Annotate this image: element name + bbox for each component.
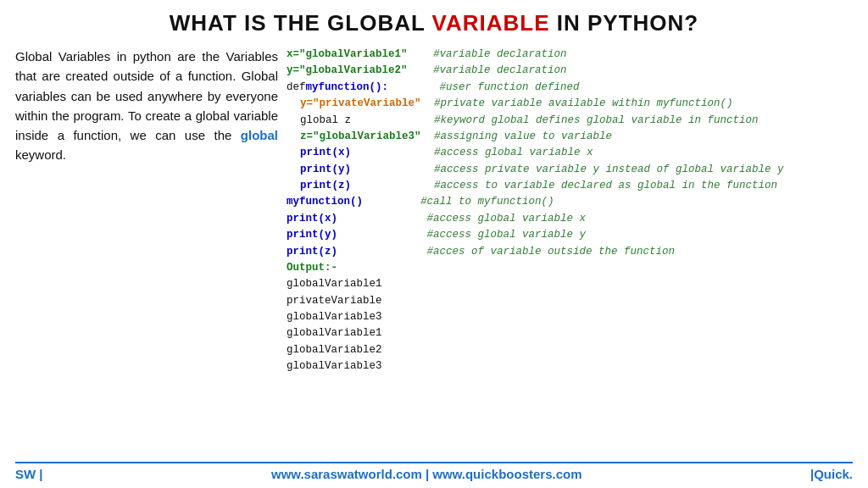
code-print-z-1: print(z) bbox=[300, 178, 351, 194]
code-line-8: print(y) #access private variable y inst… bbox=[287, 162, 853, 178]
code-y: y="globalVariable2" bbox=[287, 63, 408, 79]
comment-8: #access private variable y instead of gl… bbox=[358, 162, 784, 178]
page-container: WHAT IS THE GLOBAL VARIABLE IN PYTHON? G… bbox=[0, 0, 868, 488]
code-line-2: y="globalVariable2" #variable declaratio… bbox=[287, 63, 853, 79]
output-val-text-4: globalVariable1 bbox=[287, 325, 382, 341]
output-label-line: Output:- bbox=[287, 260, 853, 276]
content-area: Global Variables in python are the Varia… bbox=[15, 47, 853, 457]
left-end: keyword. bbox=[15, 147, 66, 162]
title-part1: WHAT IS THE GLOBAL bbox=[170, 10, 432, 36]
comment-3: #user function defined bbox=[395, 80, 580, 96]
output-val-text-1: globalVariable1 bbox=[287, 276, 382, 292]
output-val-2: privateVariable bbox=[287, 293, 853, 309]
code-line-9: print(z) #access to variable declared as… bbox=[287, 178, 853, 194]
comment-6: #assigning value to variable bbox=[428, 129, 613, 145]
left-text: Global Variables in python are the Varia… bbox=[15, 49, 278, 142]
output-val-4: globalVariable1 bbox=[287, 325, 853, 341]
footer: SW | www.saraswatworld.com | www.quickbo… bbox=[15, 462, 853, 481]
output-label: Output:- bbox=[287, 260, 337, 276]
comment-9: #access to variable declared as global i… bbox=[358, 178, 777, 194]
code-z-assign: z="globalVariable3" bbox=[300, 129, 421, 145]
code-line-7: print(x) #access global variable x bbox=[287, 145, 853, 161]
code-line-10: myfunction() #call to myfunction() bbox=[287, 194, 853, 210]
code-private-y: y="privateVariable" bbox=[300, 96, 421, 112]
code-line-1: x="globalVariable1" #variable declaratio… bbox=[287, 47, 853, 63]
code-line-3: def myfunction(): #user function defined bbox=[287, 80, 853, 96]
code-myfunction-def: myfunction(): bbox=[306, 80, 389, 96]
left-panel: Global Variables in python are the Varia… bbox=[15, 47, 278, 457]
output-val-text-5: globalVariable2 bbox=[287, 342, 382, 358]
code-x: x="globalVariable1" bbox=[287, 47, 408, 63]
code-print-z-2: print(z) bbox=[287, 244, 337, 260]
footer-center: www.saraswatworld.com | www.quickbooster… bbox=[271, 467, 582, 481]
code-line-12: print(y) #access global variable y bbox=[287, 227, 853, 243]
code-line-4: y="privateVariable" #private variable av… bbox=[287, 96, 853, 112]
footer-left: SW | bbox=[15, 467, 43, 481]
output-val-6: globalVariable3 bbox=[287, 358, 853, 374]
code-myfunction-call: myfunction() bbox=[287, 194, 363, 210]
comment-1: #variable declaration bbox=[415, 47, 567, 63]
comment-10: #call to myfunction() bbox=[370, 194, 554, 210]
comment-11: #access global variable x bbox=[344, 211, 586, 227]
code-line-13: print(z) #acces of variable outside the … bbox=[287, 244, 853, 260]
code-line-5: global z #keyword global defines global … bbox=[287, 113, 853, 129]
code-line-11: print(x) #access global variable x bbox=[287, 211, 853, 227]
footer-right: |Quick. bbox=[810, 467, 853, 481]
code-def: def bbox=[287, 80, 306, 96]
code-print-y-1: print(y) bbox=[300, 162, 351, 178]
right-panel: x="globalVariable1" #variable declaratio… bbox=[287, 47, 853, 457]
output-val-1: globalVariable1 bbox=[287, 276, 853, 292]
output-val-text-3: globalVariable3 bbox=[287, 309, 382, 325]
output-val-5: globalVariable2 bbox=[287, 342, 853, 358]
output-val-3: globalVariable3 bbox=[287, 309, 853, 325]
code-line-6: z="globalVariable3" #assigning value to … bbox=[287, 129, 853, 145]
comment-2: #variable declaration bbox=[415, 63, 567, 79]
global-keyword-link: global bbox=[241, 128, 278, 142]
title-part3: IN PYTHON? bbox=[550, 10, 699, 36]
comment-5: #keyword global defines global variable … bbox=[358, 113, 759, 129]
code-global-z: global z bbox=[300, 113, 351, 129]
code-print-x-1: print(x) bbox=[300, 145, 351, 161]
title-part2: VARIABLE bbox=[432, 10, 550, 36]
comment-12: #access global variable y bbox=[344, 227, 586, 243]
comment-4: #private variable available within myfun… bbox=[428, 96, 733, 112]
comment-13: #acces of variable outside the function bbox=[344, 244, 675, 260]
code-print-y-2: print(y) bbox=[287, 227, 337, 243]
comment-7: #access global variable x bbox=[358, 145, 593, 161]
code-print-x-2: print(x) bbox=[287, 211, 337, 227]
output-val-text-6: globalVariable3 bbox=[287, 358, 382, 374]
output-val-text-2: privateVariable bbox=[287, 293, 382, 309]
page-title: WHAT IS THE GLOBAL VARIABLE IN PYTHON? bbox=[15, 10, 853, 36]
